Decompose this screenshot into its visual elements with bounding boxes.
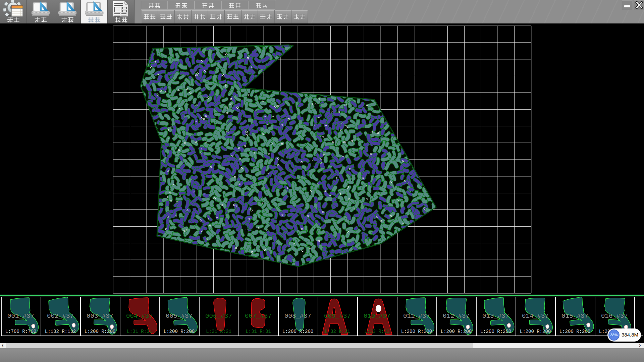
svg-text:005_#37: 005_#37 bbox=[166, 312, 193, 320]
svg-text:L:200 R:200: L:200 R:200 bbox=[164, 329, 195, 334]
svg-text:003_#37: 003_#37 bbox=[87, 312, 113, 320]
svg-text:008_#37: 008_#37 bbox=[284, 312, 311, 320]
svg-text:L:31 R:31: L:31 R:31 bbox=[127, 329, 152, 334]
svg-text:L:200 R:200: L:200 R:200 bbox=[441, 329, 472, 334]
svg-text:012_#37: 012_#37 bbox=[443, 312, 470, 320]
svg-text:L:200 R:200: L:200 R:200 bbox=[480, 329, 511, 334]
svg-text:L:200 R:200: L:200 R:200 bbox=[85, 329, 115, 334]
svg-text:013_#37: 013_#37 bbox=[482, 312, 509, 320]
svg-text:006_#37: 006_#37 bbox=[205, 312, 232, 320]
svg-text:010_#37: 010_#37 bbox=[364, 312, 390, 320]
svg-text:015_#37: 015_#37 bbox=[561, 312, 588, 320]
svg-text:002_#37: 002_#37 bbox=[47, 312, 74, 320]
svg-text:L:21 R:21: L:21 R:21 bbox=[206, 329, 231, 334]
svg-text:004_#37: 004_#37 bbox=[126, 312, 153, 320]
svg-text:L:200 R:200: L:200 R:200 bbox=[559, 329, 590, 334]
svg-text:L:132 R:132: L:132 R:132 bbox=[45, 329, 76, 334]
svg-text:L:200 R:200: L:200 R:200 bbox=[282, 329, 313, 334]
svg-text:001_#37: 001_#37 bbox=[7, 312, 34, 320]
svg-text:L:200 R:200: L:200 R:200 bbox=[401, 329, 432, 334]
svg-text:009_#37: 009_#37 bbox=[324, 312, 351, 320]
svg-text:007_#37: 007_#37 bbox=[245, 312, 272, 320]
svg-text:014_#37: 014_#37 bbox=[522, 312, 549, 320]
svg-text:L:33 R:33: L:33 R:33 bbox=[364, 329, 390, 334]
svg-text:016_#37: 016_#37 bbox=[601, 312, 628, 320]
svg-text:L:700 R:700: L:700 R:700 bbox=[5, 329, 36, 334]
svg-text:L:200 R:200: L:200 R:200 bbox=[520, 329, 551, 334]
svg-text:011_#37: 011_#37 bbox=[403, 312, 430, 320]
svg-text:L:32 R:31: L:32 R:31 bbox=[325, 329, 350, 334]
svg-text:L:31 R:31: L:31 R:31 bbox=[246, 329, 271, 334]
